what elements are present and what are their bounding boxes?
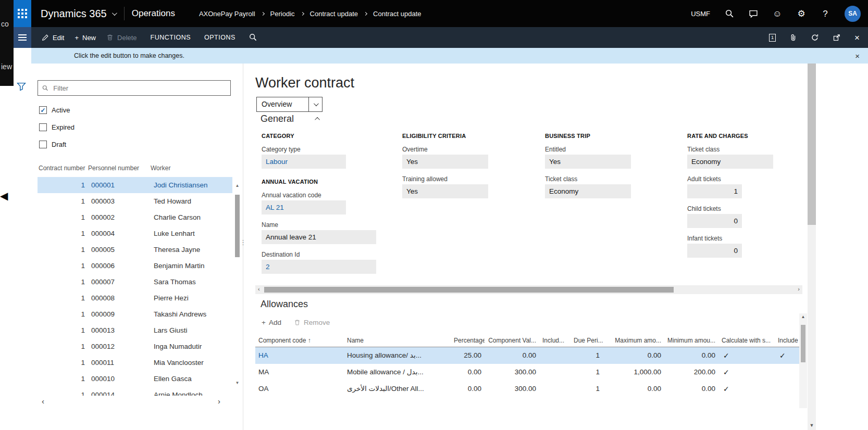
worker-row[interactable]: 1000014Arnie Mondloch — [38, 387, 232, 396]
scrollbar-thumb[interactable] — [808, 53, 816, 225]
scroll-up-icon[interactable]: ▲ — [799, 314, 807, 319]
entitled-field[interactable]: Yes — [545, 155, 631, 169]
search-icon[interactable] — [725, 9, 734, 18]
dynamics-365-menu[interactable]: Dynamics 365 — [41, 8, 116, 20]
scroll-right-icon[interactable]: › — [798, 286, 800, 292]
general-section-header[interactable]: General — [261, 113, 320, 124]
scroll-left-icon[interactable]: ‹ — [42, 397, 44, 406]
filter-funnel-icon[interactable] — [17, 82, 26, 93]
overtime-field[interactable]: Yes — [402, 155, 488, 169]
scroll-left-icon[interactable]: ‹ — [258, 286, 260, 292]
rate-ticket-class-field[interactable]: Economy — [687, 155, 773, 169]
column-header-name[interactable]: Name — [344, 334, 451, 347]
navigation-pane-toggle[interactable] — [14, 27, 31, 48]
scrollbar-thumb[interactable] — [264, 287, 674, 293]
main-vertical-scrollbar[interactable]: ▲ ▼ — [808, 41, 816, 430]
column-header-worker[interactable]: Worker — [150, 163, 232, 173]
column-header-include[interactable]: Include — [775, 334, 801, 347]
column-header-included[interactable]: Includ... — [539, 334, 571, 347]
functions-menu[interactable]: FUNCTIONS — [151, 34, 191, 41]
destination-id-field[interactable]: 2 — [262, 260, 376, 274]
annual-vacation-code-field[interactable]: AL 21 — [262, 200, 346, 214]
options-menu[interactable]: OPTIONS — [204, 34, 235, 41]
allowances-section-header[interactable]: Allowances — [261, 299, 308, 310]
remove-button[interactable]: Remove — [294, 319, 330, 326]
category-type-field[interactable]: Labour — [262, 155, 346, 169]
worker-row[interactable]: 1000013Lars Giusti — [38, 322, 232, 338]
column-header-calculate-with[interactable]: Calculate with s... — [718, 334, 775, 347]
allowances-toolbar: + Add Remove — [262, 319, 330, 326]
worker-row[interactable]: 1000012Inga Numadutir — [38, 338, 232, 355]
breadcrumb-item-page[interactable]: Contract update — [310, 10, 358, 18]
checkbox-active[interactable]: ✓ Active — [39, 106, 70, 114]
worker-row[interactable]: 1000011Mia Vanclooster — [38, 355, 232, 371]
adult-tickets-field[interactable]: 1 — [687, 184, 742, 198]
details-horizontal-scrollbar[interactable]: ‹ › — [255, 285, 802, 294]
scroll-up-icon[interactable]: ▲ — [233, 183, 241, 188]
breadcrumb-item-current[interactable]: Contract update — [373, 10, 421, 18]
feedback-message-icon[interactable] — [749, 9, 758, 18]
column-header-contract-number[interactable]: Contract number — [38, 163, 87, 173]
training-allowed-field[interactable]: Yes — [402, 184, 488, 198]
column-header-personnel-number[interactable]: Personnel number — [87, 163, 150, 173]
worker-row[interactable]: 1000008Pierre Hezi — [38, 290, 232, 306]
allowance-row[interactable]: OA البدلات الأخرى/Other All... 0.00 300.… — [255, 381, 801, 397]
infant-tickets-field[interactable]: 0 — [687, 244, 742, 258]
worker-row[interactable]: 1000004Luke Lenhart — [38, 225, 232, 242]
settings-gear-icon[interactable]: ⚙ — [797, 9, 806, 18]
worker-list-scrollbar[interactable]: ▲ ▼ — [233, 182, 241, 386]
checkbox-draft[interactable]: Draft — [39, 141, 66, 148]
worker-row[interactable]: 1000010Ellen Gasca — [38, 371, 232, 387]
child-tickets-field[interactable]: 0 — [687, 214, 742, 228]
breadcrumb-item-module[interactable]: AXOnePay Payroll — [199, 10, 255, 18]
action-search-icon[interactable] — [249, 33, 257, 42]
refresh-icon[interactable] — [811, 33, 819, 42]
column-header-maximum-amount[interactable]: Maximum amo... — [603, 334, 664, 347]
close-page-icon[interactable]: × — [854, 33, 860, 42]
checkbox-expired[interactable]: Expired — [39, 123, 75, 131]
collapse-pane-arrow-icon[interactable]: ◀ — [0, 191, 8, 201]
panel-splitter[interactable] — [243, 64, 243, 430]
name-field[interactable]: Annual leave 21 — [262, 230, 376, 244]
column-header-minimum-amount[interactable]: Minimum amou... — [664, 334, 718, 347]
edit-button[interactable]: Edit — [42, 34, 64, 42]
open-in-new-window-icon[interactable] — [833, 33, 841, 42]
smiley-feedback-icon[interactable]: ☺ — [773, 9, 782, 18]
scroll-down-icon[interactable]: ▼ — [808, 423, 816, 428]
view-selector-value[interactable]: Overview — [257, 97, 308, 111]
company-selector[interactable]: USMF — [691, 10, 710, 18]
allowance-row[interactable]: HA Housing allowance/ بد... 25.00 0.00 1… — [255, 347, 801, 364]
scrollbar-thumb[interactable] — [801, 325, 805, 362]
worker-row[interactable]: 1000003Ted Howard — [38, 193, 232, 209]
column-header-due-period[interactable]: Due Peri... — [571, 334, 603, 347]
help-icon[interactable]: ? — [821, 9, 830, 18]
trip-ticket-class-field[interactable]: Economy — [545, 184, 631, 198]
column-header-percentage[interactable]: Percentage — [451, 334, 485, 347]
scrollbar-thumb[interactable] — [235, 195, 240, 257]
clipped-text-fragment: iew — [1, 62, 14, 71]
allowance-row[interactable]: MA Mobile allowance / بدل... 0.00 300.00… — [255, 364, 801, 381]
filter-input[interactable] — [52, 84, 226, 93]
column-header-component-code[interactable]: Component code ↑ — [255, 334, 344, 347]
worker-row[interactable]: 1000006Benjamin Martin — [38, 258, 232, 274]
column-header-component-value[interactable]: Component Val... — [485, 334, 539, 347]
new-button[interactable]: + New — [75, 34, 96, 42]
field-label: Category type — [262, 146, 301, 153]
worker-row[interactable]: 1000001Jodi Christiansen — [38, 177, 232, 193]
document-count-icon[interactable]: 1 — [769, 34, 776, 42]
message-bar-close-icon[interactable]: × — [855, 52, 860, 60]
attachments-paperclip-icon[interactable] — [789, 33, 797, 42]
worker-row[interactable]: 1000009Takashi Andrews — [38, 306, 232, 322]
worker-row[interactable]: 1000005Theresa Jayne — [38, 242, 232, 258]
worker-row[interactable]: 1000007Sara Thomas — [38, 274, 232, 290]
app-launcher-waffle-icon[interactable] — [14, 0, 31, 27]
scroll-down-icon[interactable]: ▼ — [233, 381, 241, 385]
worker-row[interactable]: 1000002Charlie Carson — [38, 209, 232, 225]
scroll-right-icon[interactable]: › — [218, 397, 220, 406]
view-selector-dropdown-button[interactable] — [308, 97, 322, 111]
user-avatar[interactable]: SA — [845, 6, 861, 22]
delete-button[interactable]: Delete — [106, 34, 137, 42]
add-button[interactable]: + Add — [262, 319, 281, 326]
allowances-scrollbar[interactable]: ▲ — [799, 313, 807, 408]
breadcrumb-item-area[interactable]: Periodic — [270, 10, 295, 18]
